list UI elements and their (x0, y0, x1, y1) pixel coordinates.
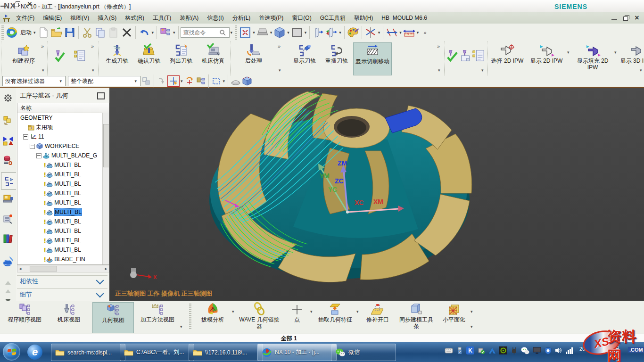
menu-edit[interactable]: 编辑(E) (39, 12, 66, 24)
usb-safely-remove-icon[interactable] (478, 347, 485, 354)
tool-sheet-icon[interactable] (459, 49, 472, 62)
taskbar-button-abc[interactable]: C:\ABC\一看。刘... (120, 344, 194, 361)
taskbar-button-wechat[interactable]: 微信 (331, 344, 396, 361)
ruler-dimension-icon[interactable] (403, 26, 416, 39)
machine-tool-view-button[interactable]: 机床视图 (49, 302, 89, 332)
verify-toolpath-button[interactable]: 确认刀轨 (133, 42, 165, 74)
render-style-dropdown-arrow[interactable]: ▾ (287, 30, 289, 35)
process-assistant-icon[interactable] (1, 212, 15, 225)
delete-icon[interactable] (120, 26, 133, 39)
group1-dropdown-arrow[interactable]: ▾ (42, 68, 44, 73)
group4-dropdown-arrow[interactable]: ▾ (279, 68, 281, 73)
datum-marker-icon[interactable] (364, 26, 377, 39)
internet-touch-icon[interactable] (1, 255, 15, 269)
post-process-button[interactable]: 后处理 (238, 42, 269, 74)
list-toolpath-button[interactable]: 列出刀轨 (165, 42, 197, 74)
menu-hb-mould[interactable]: HB_MOULD M6.6 (377, 12, 431, 24)
show-fill-2d-ipw-button[interactable]: 显示填充 2D IPW (572, 42, 613, 74)
fit-dropdown-arrow[interactable]: ▾ (253, 30, 255, 35)
replay-toolpath-button[interactable]: 重播刀轨 (321, 42, 352, 74)
assembly-constraints-icon[interactable] (159, 26, 172, 39)
doc-restore-button[interactable] (622, 15, 629, 21)
collapse-box-icon[interactable] (36, 153, 41, 158)
generate-toolpath-button[interactable]: 生成刀轨 (101, 42, 132, 74)
dependencies-section[interactable]: 相依性 (17, 275, 107, 287)
toolbar-drag-handle[interactable] (1, 25, 4, 40)
machining-method-view-button[interactable]: 加工方法视图 (137, 302, 178, 332)
group2-dropdown-arrow[interactable]: ▾ (92, 68, 94, 73)
clip-section-icon[interactable] (312, 26, 325, 39)
marker-dropdown-arrow[interactable]: ▾ (378, 30, 380, 35)
menu-help[interactable]: 帮助(H) (350, 12, 378, 24)
paste-icon[interactable] (107, 26, 120, 39)
open-icon[interactable] (50, 26, 63, 39)
fit-view-icon[interactable] (239, 26, 252, 39)
display-tray-icon[interactable] (533, 347, 541, 354)
ime-keyboard-icon[interactable] (445, 347, 453, 354)
show-cut-moves-button[interactable]: 显示切削移动 (353, 42, 392, 75)
group6-dropdown-arrow[interactable]: ▾ (481, 68, 484, 73)
group7-dropdown-arrow[interactable]: ▾ (640, 68, 642, 73)
browser-taskbar-icon[interactable]: e (27, 345, 42, 360)
graphics-viewport[interactable]: ZM ZC YM YC XC XM X 正三轴测图 工作 摄像机 正三轴测图 (109, 88, 644, 302)
cut-icon[interactable] (81, 26, 94, 39)
security-shield-icon[interactable] (545, 347, 552, 354)
scroll-left-arrow[interactable]: ◄ (17, 267, 23, 271)
doc-close-button[interactable]: × (634, 15, 640, 21)
library-books-icon[interactable] (1, 232, 15, 245)
verify-tool2-icon[interactable] (446, 49, 459, 62)
tree-row-mcs[interactable]: 11 (17, 132, 107, 141)
part-navigator-icon[interactable] (1, 114, 15, 127)
show-fill-2d-ipw-dropdown[interactable]: ▾ (614, 50, 617, 55)
show-display-icon[interactable] (256, 26, 269, 39)
hscroll-thumb[interactable] (30, 266, 57, 272)
taskbar-button-network[interactable]: \\172.16.0.118\... (189, 344, 263, 361)
collapse-box-icon[interactable] (23, 134, 28, 140)
menu-tools[interactable]: 工具(T) (149, 12, 175, 24)
power-plug-icon[interactable] (511, 347, 518, 354)
machine-simulation-button[interactable]: 机床仿真 (198, 42, 229, 74)
point-filter-dropdown[interactable]: ▾ (181, 79, 183, 83)
command-finder[interactable] (181, 27, 230, 38)
assembly-filter-icon[interactable] (140, 76, 152, 86)
program-order-view-button[interactable]: 程序顺序视图 (4, 302, 45, 332)
show-2d-ipw-button[interactable]: 显示 2D IPW (527, 42, 566, 74)
undo-icon[interactable] (138, 26, 151, 39)
point-dropdown-arrow[interactable]: ▾ (310, 309, 313, 314)
section-dropdown-arrow[interactable]: ▾ (339, 30, 341, 35)
background-dropdown-arrow[interactable]: ▾ (305, 30, 307, 35)
tool-list-icon[interactable] (472, 49, 485, 62)
volume-icon[interactable] (555, 347, 562, 354)
group5-dropdown-arrow[interactable]: ▾ (438, 68, 440, 73)
views-dropdown-arrow[interactable]: ▾ (180, 324, 182, 329)
wireframe-cube-icon[interactable] (241, 76, 253, 86)
shaded-cube-icon[interactable] (273, 26, 286, 39)
panel-undock-icon[interactable] (97, 92, 105, 99)
tree-row-workpiece[interactable]: WORKPIECE (17, 141, 114, 151)
taskbar-clock[interactable]: 2019/10/6 星期日 (579, 346, 619, 352)
start-icon[interactable] (5, 26, 18, 39)
menu-view[interactable]: 视图(V) (66, 12, 93, 24)
tree-row-unused[interactable]: ∃未用项 (17, 123, 112, 132)
menu-information[interactable]: 信息(I) (203, 12, 228, 24)
assembly-navigator-icon[interactable] (1, 134, 15, 147)
viewsbar-overflow-arrow[interactable]: ▾ (471, 324, 473, 329)
create-program-button[interactable]: 创建程序 (8, 42, 39, 74)
menu-insert[interactable]: 插入(S) (93, 12, 121, 24)
start-label[interactable]: 启动 (20, 29, 32, 37)
collapse-box-icon[interactable] (30, 144, 35, 149)
selection-filter-dropdown[interactable]: 没有选择过滤器▾ (2, 76, 66, 86)
point-button[interactable]: 点 (285, 302, 309, 332)
restore-button[interactable] (13, 1, 20, 8)
finder-dropdown-arrow[interactable]: ▾ (231, 30, 233, 35)
machine-navigator-icon[interactable] (1, 192, 15, 206)
wave-linker-button[interactable]: WAVE 几何链接器 (237, 302, 282, 332)
menu-assemblies[interactable]: 装配(A) (175, 12, 203, 24)
toolbar-overflow-chevron[interactable]: » (423, 30, 426, 35)
show-toolpath-button[interactable]: 显示刀轨 (289, 42, 320, 74)
start-dropdown-arrow[interactable]: ▾ (33, 30, 36, 35)
role-palette-icon[interactable] (347, 26, 360, 39)
network-signal-icon[interactable] (565, 347, 573, 354)
command-finder-input[interactable] (182, 29, 219, 36)
operation-navigator-tab[interactable] (1, 173, 17, 189)
